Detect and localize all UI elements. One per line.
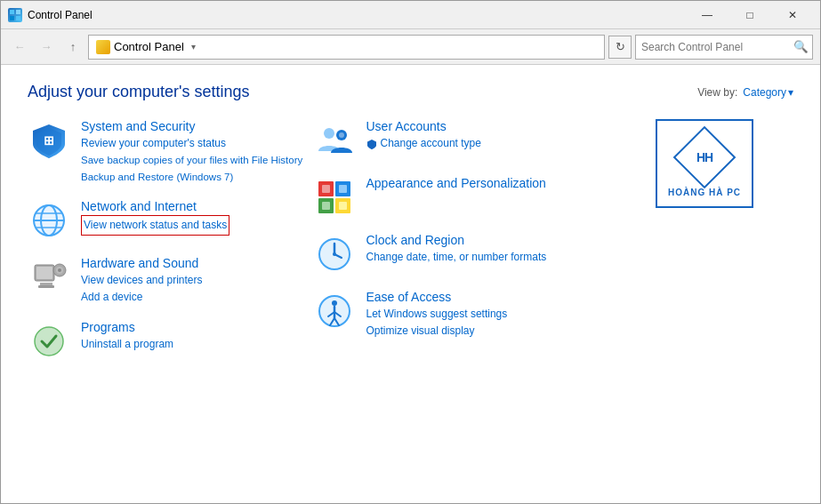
folder-icon [96, 40, 110, 54]
titlebar: Control Panel — □ ✕ [1, 1, 820, 29]
window: Control Panel — □ ✕ ← → ↑ Control Panel … [0, 0, 821, 504]
ease-access-title[interactable]: Ease of Access [366, 290, 508, 304]
hardware-sound-icon [28, 256, 70, 299]
search-input[interactable] [636, 41, 789, 53]
system-security-title[interactable]: System and Security [81, 119, 302, 133]
address-text: Control Panel [114, 40, 184, 53]
appearance-content: Appearance and Personalization [366, 176, 546, 192]
brand-diamond: HH [678, 131, 731, 184]
hardware-sound-link-2[interactable]: Add a device [81, 289, 203, 306]
svg-point-35 [332, 300, 337, 306]
svg-rect-28 [322, 202, 330, 210]
network-internet-link-1[interactable]: View network status and tasks [81, 215, 229, 236]
brand-letters: HH [696, 150, 712, 164]
forward-button[interactable]: → [35, 36, 58, 59]
brand-logo-box: HH HOÀNG HÀ PC [656, 119, 753, 208]
address-dropdown-arrow[interactable]: ▾ [191, 42, 196, 52]
page-title: Adjust your computer's settings [28, 83, 250, 101]
search-button[interactable]: 🔍 [789, 36, 812, 59]
svg-point-10 [34, 205, 64, 236]
svg-point-21 [339, 132, 344, 138]
category-programs: Programs Uninstall a program [28, 320, 313, 363]
svg-rect-2 [10, 16, 14, 20]
category-system-security: ⊞ System and Security Review your comput… [28, 119, 313, 185]
right-column: User Accounts Change account type [313, 119, 599, 363]
close-button[interactable]: ✕ [772, 1, 813, 29]
maximize-button[interactable]: □ [729, 1, 770, 29]
app-icon [8, 8, 22, 22]
user-accounts-link-1[interactable]: Change account type [381, 135, 481, 152]
appearance-title[interactable]: Appearance and Personalization [366, 176, 546, 190]
svg-text:⊞: ⊞ [44, 133, 54, 148]
svg-rect-3 [16, 16, 20, 20]
svg-rect-13 [40, 283, 52, 285]
svg-rect-12 [36, 267, 52, 279]
ease-access-icon [313, 290, 356, 332]
ease-access-link-2[interactable]: Optimize visual display [366, 323, 508, 340]
svg-rect-1 [16, 10, 20, 14]
addressbar: ← → ↑ Control Panel ▾ ↻ 🔍 [1, 29, 820, 65]
up-button[interactable]: ↑ [61, 36, 85, 59]
svg-point-33 [333, 252, 336, 256]
minimize-button[interactable]: — [687, 1, 728, 29]
view-by-label: View by: [697, 86, 737, 99]
search-box: 🔍 [635, 35, 813, 60]
clock-region-content: Clock and Region Change date, time, or n… [366, 233, 547, 266]
category-hardware-sound: Hardware and Sound View devices and prin… [28, 256, 313, 306]
svg-point-19 [324, 128, 334, 139]
system-security-icon: ⊞ [28, 119, 70, 162]
main-content: Adjust your computer's settings View by:… [1, 65, 820, 503]
category-network-internet: Network and Internet View network status… [28, 199, 313, 242]
category-user-accounts: User Accounts Change account type [313, 119, 599, 162]
view-by: View by: Category ▾ [697, 86, 793, 99]
hardware-sound-link-1[interactable]: View devices and printers [81, 272, 203, 289]
ease-access-content: Ease of Access Let Windows suggest setti… [366, 290, 508, 340]
user-accounts-title[interactable]: User Accounts [366, 119, 481, 133]
category-ease-access: Ease of Access Let Windows suggest setti… [313, 290, 599, 340]
shield-small-icon [366, 139, 377, 149]
svg-rect-26 [322, 185, 330, 193]
system-security-content: System and Security Review your computer… [81, 119, 302, 185]
view-by-value[interactable]: Category ▾ [743, 86, 793, 99]
categories-grid: ⊞ System and Security Review your comput… [28, 119, 793, 363]
user-accounts-content: User Accounts Change account type [366, 119, 481, 152]
svg-rect-0 [10, 10, 14, 14]
window-title: Control Panel [28, 9, 687, 21]
refresh-button[interactable]: ↻ [608, 36, 632, 59]
network-internet-title[interactable]: Network and Internet [81, 199, 229, 213]
back-button[interactable]: ← [8, 36, 31, 59]
category-appearance: Appearance and Personalization [313, 176, 599, 219]
programs-title[interactable]: Programs [81, 320, 173, 334]
appearance-icon [313, 176, 356, 219]
clock-region-icon [313, 233, 356, 276]
system-security-link-3[interactable]: Backup and Restore (Windows 7) [81, 169, 302, 185]
svg-rect-14 [38, 285, 54, 288]
category-clock-region: Clock and Region Change date, time, or n… [313, 233, 599, 276]
user-accounts-icon [313, 119, 356, 162]
programs-icon [28, 320, 70, 363]
left-column: ⊞ System and Security Review your comput… [28, 119, 313, 363]
programs-content: Programs Uninstall a program [81, 320, 173, 353]
network-internet-icon [28, 199, 70, 242]
system-security-link-1[interactable]: Review your computer's status [81, 135, 302, 152]
address-box[interactable]: Control Panel ▾ [88, 35, 605, 60]
system-security-link-2[interactable]: Save backup copies of your files with Fi… [81, 152, 302, 168]
window-controls: — □ ✕ [687, 1, 813, 29]
svg-rect-29 [339, 202, 347, 210]
svg-point-17 [58, 268, 61, 272]
svg-rect-27 [339, 185, 347, 193]
address-path: Control Panel ▾ [96, 40, 196, 54]
programs-link-1[interactable]: Uninstall a program [81, 336, 173, 353]
network-internet-content: Network and Internet View network status… [81, 199, 229, 236]
hardware-sound-title[interactable]: Hardware and Sound [81, 256, 203, 270]
clock-region-link-1[interactable]: Change date, time, or number formats [366, 249, 547, 266]
clock-region-title[interactable]: Clock and Region [366, 233, 547, 247]
svg-point-18 [35, 327, 63, 356]
hardware-sound-content: Hardware and Sound View devices and prin… [81, 256, 203, 306]
ease-access-link-1[interactable]: Let Windows suggest settings [366, 306, 508, 323]
page-header: Adjust your computer's settings View by:… [28, 83, 793, 101]
